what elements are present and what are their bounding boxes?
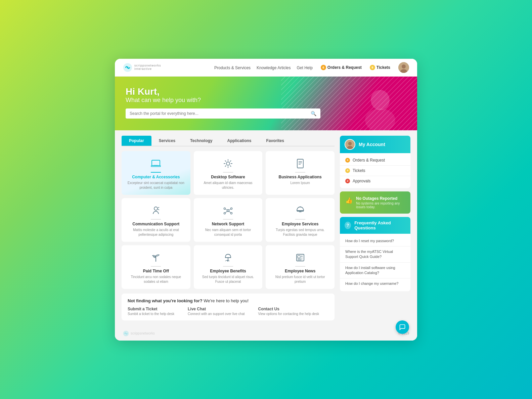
nav-products-services[interactable]: Products & Services — [214, 65, 251, 70]
svg-rect-7 — [152, 160, 160, 166]
svg-line-26 — [229, 211, 230, 213]
nav-tickets[interactable]: 9 Tickets — [370, 65, 390, 70]
sidebar-orders-request[interactable]: 6 Orders & Request — [340, 155, 410, 166]
card-desc-computer-accessories: Excepteur sint occaecat cupidatat non pr… — [126, 181, 186, 190]
logo-name: scrippsnetworks interactive — [134, 64, 161, 71]
faq-item-3[interactable]: How do I change my username? — [340, 278, 410, 289]
card-employee-news[interactable]: Employee News Nisl pretium fusce id veli… — [266, 245, 335, 289]
nav-knowledge-articles[interactable]: Knowledge Articles — [257, 65, 291, 70]
nav-orders[interactable]: 6 Orders & Request — [321, 65, 362, 70]
svg-point-1 — [127, 66, 129, 69]
card-desc-employee-benefits: Sed turpis tincidunt id aliquet risus. F… — [198, 275, 259, 284]
sidebar-faq-header: ? Frequently Asked Questions — [340, 217, 410, 234]
tab-services[interactable]: Services — [151, 136, 183, 146]
svg-rect-8 — [151, 166, 161, 167]
svg-rect-9 — [154, 165, 158, 166]
thumbs-up-icon: 👍 — [345, 197, 353, 204]
navbar: scrippsnetworks interactive Products & S… — [115, 59, 417, 77]
card-business-applications[interactable]: Business Applications Lorem Ipsum — [266, 151, 335, 195]
tab-popular[interactable]: Popular — [122, 136, 151, 146]
svg-point-10 — [226, 162, 230, 165]
svg-line-24 — [229, 209, 230, 210]
service-grid: Computer & Accessories Excepteur sint oc… — [122, 151, 335, 289]
sidebar-avatar — [345, 139, 355, 150]
card-title-paid-time-off: Paid Time Off — [143, 269, 169, 273]
search-input[interactable] — [130, 111, 308, 116]
logo-icon — [123, 63, 132, 72]
category-tabs: Popular Services Technology Applications… — [122, 136, 335, 146]
outage-desc: No systems are reporting any issues toda… — [356, 202, 405, 209]
tab-technology[interactable]: Technology — [183, 136, 220, 146]
nav-links: Products & Services Knowledge Articles G… — [214, 64, 313, 71]
svg-point-18 — [227, 210, 229, 212]
laptop-icon — [149, 157, 162, 170]
sidebar-faq-items: How do I reset my password? Where is the… — [340, 234, 410, 291]
nav-avatar[interactable] — [398, 62, 409, 73]
help-submit-ticket[interactable]: Submit a Ticket Sumbit a ticket to the h… — [128, 307, 174, 316]
card-paid-time-off[interactable]: Paid Time Off Tincidunt arcu non sodales… — [122, 245, 190, 289]
card-title-business-applications: Business Applications — [279, 175, 322, 179]
card-title-employee-benefits: Employee Benefits — [210, 269, 246, 273]
card-desc-employee-services: Turpis egestas sed tempus urna. Facilisi… — [270, 228, 330, 237]
tab-applications[interactable]: Applications — [220, 136, 259, 146]
svg-rect-11 — [297, 159, 303, 168]
logo[interactable]: scrippsnetworks interactive — [123, 63, 161, 72]
svg-point-3 — [402, 64, 406, 69]
tab-favorites[interactable]: Favorites — [259, 136, 292, 146]
faq-item-2[interactable]: How do I install software using Applicat… — [340, 263, 410, 279]
page-footer: scrippsnetworks © 2019 — [115, 326, 417, 341]
card-title-network-support: Network Support — [212, 222, 245, 226]
orders-badge-dot: 6 — [321, 65, 326, 70]
help-row-title: Not finding what you're looking for? We'… — [128, 298, 328, 303]
content-area: Popular Services Technology Applications… — [115, 130, 417, 325]
card-desc-communication-support: Mattis molestie a iaculis at erat pellen… — [126, 228, 186, 237]
card-title-communication-support: Communication Support — [132, 222, 179, 226]
newspaper-icon — [294, 251, 307, 264]
svg-point-5 — [371, 90, 390, 110]
card-employee-benefits[interactable]: Employee Benefits Sed turpis tincidunt i… — [194, 245, 263, 289]
card-desc-network-support: Nec nam aliquam sem et tortor consequat … — [198, 228, 259, 237]
tickets-badge-dot: 9 — [370, 65, 375, 70]
question-icon: ? — [345, 222, 351, 229]
sidebar-account-header: My Account — [340, 136, 410, 153]
svg-point-19 — [224, 208, 225, 209]
sidebar-faq-title: Frequently Asked Questions — [354, 220, 406, 230]
help-contact-us[interactable]: Contact Us View options for contacting t… — [258, 307, 319, 316]
card-employee-services[interactable]: Employee Services Turpis egestas sed tem… — [266, 198, 335, 242]
chat-fab-button[interactable] — [396, 320, 409, 334]
outage-title: No Outages Reported — [356, 196, 405, 201]
card-title-desktop-software: Desktop Software — [211, 175, 245, 179]
umbrella-tree-icon — [222, 251, 234, 264]
card-communication-support[interactable]: Communication Support Mattis molestie a … — [122, 198, 190, 242]
card-desktop-software[interactable]: Desktop Software Amet aliquam id diam ma… — [194, 151, 263, 195]
card-desc-desktop-software: Amet aliquam id diam maecenas ultricies. — [198, 181, 259, 190]
card-network-support[interactable]: Network Support Nec nam aliquam sem et t… — [194, 198, 263, 242]
sidebar-approvals[interactable]: 2 Approvals — [340, 176, 410, 186]
avatar-icon — [398, 62, 409, 73]
card-title-employee-services: Employee Services — [282, 222, 318, 226]
sidebar-tickets[interactable]: 9 Tickets — [340, 166, 410, 176]
faq-item-1[interactable]: Where is the myATSC Virtual Support Quic… — [340, 247, 410, 263]
tickets-count-dot: 9 — [345, 168, 350, 173]
svg-line-23 — [225, 209, 227, 210]
hero-person-image — [357, 83, 404, 130]
card-computer-accessories[interactable]: Computer & Accessories Excepteur sint oc… — [122, 151, 190, 195]
chat-icon — [399, 324, 406, 330]
card-title-computer-accessories: Computer & Accessories — [132, 175, 180, 179]
sidebar-account-items: 6 Orders & Request 9 Tickets 2 Approvals — [340, 153, 410, 188]
svg-point-22 — [230, 212, 232, 214]
svg-point-6 — [365, 108, 395, 130]
outage-text: No Outages Reported No systems are repor… — [356, 196, 405, 209]
main-column: Popular Services Technology Applications… — [122, 136, 335, 325]
svg-line-25 — [225, 211, 227, 213]
search-icon[interactable]: 🔍 — [311, 111, 316, 116]
nav-get-help[interactable]: Get Help — [297, 65, 312, 70]
sidebar-faq-widget: ? Frequently Asked Questions How do I re… — [340, 217, 410, 291]
svg-point-20 — [230, 208, 232, 209]
hero-banner: Hi Kurt, What can we help you with? 🔍 — [115, 77, 417, 130]
footer-logo: scrippsnetworks — [123, 330, 155, 337]
svg-point-29 — [300, 206, 301, 207]
hero-search-bar: 🔍 — [126, 108, 320, 119]
faq-item-0[interactable]: How do I reset my password? — [340, 236, 410, 247]
help-live-chat[interactable]: Live Chat Connect with an support over l… — [188, 307, 245, 316]
